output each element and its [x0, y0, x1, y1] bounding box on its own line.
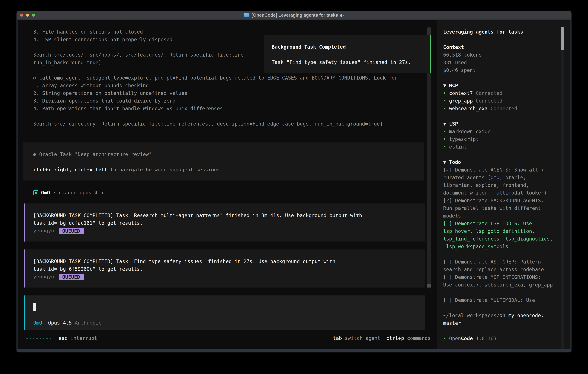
prompt-input[interactable]: OmO Opus 4.5 Anthropic [24, 295, 425, 330]
text-line: librarian, explore, frontend, [443, 181, 529, 189]
text-segment: Run parallel tasks with different [443, 205, 541, 211]
text-segment: 66,518 tokens [443, 52, 482, 58]
text-line: ▼ MCP [443, 82, 458, 89]
sidebar: Leveraging agents for tasksContext66,518… [437, 20, 570, 349]
text-line: 4. LSP client connections not properly d… [33, 36, 172, 43]
text-line: • grep_app Connected [443, 97, 502, 105]
text-segment: 3. File handles or streams not closed [33, 29, 143, 35]
text-segment: [✓] Demonstrate AGENTS: Show all 7 [443, 167, 544, 173]
titlebar[interactable]: [OpenCode] Leveraging agents for tasks◐ [17, 11, 571, 19]
tab-key-label: switch agent [342, 335, 380, 341]
text-segment: models [443, 213, 461, 219]
text-segment: typescript [449, 136, 479, 142]
input-model-name: Opus 4.5 [48, 320, 72, 326]
bullet-icon: • [443, 105, 449, 111]
text-line: [✓] Demonstrate AGENTS: Show all 7 [443, 166, 544, 174]
text-line: ~/local-workspaces/oh-my-opencode: [443, 312, 544, 319]
toast-body: Task "Find type safety issues" finished … [272, 58, 411, 66]
text-line: Leveraging agents for tasks [443, 28, 523, 36]
zoom-button[interactable] [32, 14, 35, 17]
text-segment: Search src/tools/, src/hooks/, src/featu… [33, 52, 243, 58]
bullet-icon: • [443, 136, 449, 142]
text-line: 4. Path operations that don't handle Win… [33, 105, 223, 112]
text-segment: master [443, 320, 461, 326]
text-segment: ~/local-workspaces/ [443, 312, 499, 318]
text-line: • context7 Connected [443, 89, 502, 97]
text-segment: 1.0.163 [473, 335, 497, 341]
activity-dots-icon [26, 338, 51, 339]
text-segment: Connected [476, 90, 502, 96]
task-user: yeongyu [33, 274, 54, 280]
main-scrollbar-thumb[interactable] [427, 284, 430, 288]
text-segment: oh-my-opencode: [499, 312, 544, 318]
text-line: 3. Division operations that could divide… [33, 97, 176, 105]
text-segment: Todo [449, 159, 461, 165]
text-segment: librarian, explore, frontend, [443, 182, 529, 188]
esc-key-hint: esc [59, 335, 67, 341]
agent-name: OmO [41, 190, 50, 196]
task-message-line2: task_id="bg_dcfac161" to get results. [33, 219, 143, 227]
text-segment: Connected [491, 105, 517, 111]
text-line: • OpenCode 1.0.163 [443, 335, 497, 342]
text-line: ▼ LSP [443, 120, 458, 128]
omo-agent-icon [33, 190, 38, 195]
oracle-shortcut-keys: ctrl+x right, ctrl+x left [33, 167, 107, 173]
sidebar-scrollbar-thumb[interactable] [561, 27, 564, 50]
text-line: ⚙ call_omo_agent [subagent_type=explore,… [33, 74, 398, 82]
text-segment: [ ] Demonstrate AST-GREP: Pattern [443, 259, 541, 265]
text-line: lsp_find_references, lsp_diagnostics, [443, 235, 553, 243]
text-segment: [ ] Demonstrate MULTIMODAL: Use [443, 297, 535, 303]
text-segment: Connected [476, 98, 502, 104]
text-segment: 1. Array access without bounds checking [33, 83, 149, 88]
text-segment: search and replace across codebase [443, 267, 544, 272]
text-segment: 4. Path operations that don't handle Win… [33, 105, 223, 111]
text-segment: grep_app [449, 98, 476, 104]
queued-badge: QUEUED [59, 228, 84, 234]
text-segment: LSP [449, 121, 458, 127]
text-segment: 2. String operations on potentially unde… [33, 90, 187, 96]
queued-badge: QUEUED [59, 274, 84, 280]
text-line: 1. Array access without bounds checking [33, 82, 149, 89]
gear-icon: ⚙ [33, 75, 39, 81]
text-line: document-writer, multimodal-looker) [443, 189, 547, 197]
text-segment: Use context7, websearch_exa, grep_app [443, 282, 553, 288]
text-line: Run parallel tasks with different [443, 204, 541, 212]
bullet-icon: • [443, 335, 449, 341]
task-user: yeongyu [33, 228, 54, 234]
bullet-icon: • [443, 90, 449, 96]
text-segment: call_omo_agent [subagent_type=explore, p… [39, 75, 398, 81]
text-line: run_in_background=true] [33, 59, 101, 66]
oracle-task-title: Oracle Task "Deep architecture review" [39, 151, 152, 157]
half-circle-icon: ◐ [340, 13, 344, 18]
minimize-button[interactable] [26, 14, 29, 17]
text-segment: Leveraging agents for tasks [443, 29, 523, 35]
oracle-task-panel: ◉ Oracle Task "Deep architecture review"… [23, 143, 424, 180]
task-message-line2: task_id="bg_6f59260c" to get results. [33, 265, 143, 273]
input-agent-name: OmO [33, 320, 42, 326]
text-segment: lsp_workspace_symbols [443, 244, 508, 249]
text-segment: websearch_exa [449, 105, 491, 111]
toast-title: Background Task Completed [272, 43, 346, 51]
window-controls [20, 14, 35, 17]
background-task-message-1: [BACKGROUND TASK COMPLETED] Task "Resear… [24, 204, 425, 241]
text-segment: Code [461, 335, 473, 341]
text-line: Context [443, 43, 464, 51]
sidebar-scrollbar[interactable] [561, 27, 564, 349]
oracle-task-icon: ◉ [33, 151, 39, 157]
text-line: [ ] Demonstrate MULTIMODAL: Use [443, 296, 535, 304]
oracle-shortcut-desc: to navigate between subagent sessions [107, 167, 220, 173]
text-segment: [ ] Demonstrate MCP INTEGRATIONS: [443, 274, 541, 280]
text-segment: Open [449, 335, 461, 341]
terminal-window: [OpenCode] Leveraging agents for tasks◐ … [17, 11, 571, 353]
close-button[interactable] [20, 14, 23, 17]
text-segment: lsp_hover, lsp_goto_definition, [443, 228, 535, 234]
text-segment: Search src/ directory. Return specific f… [33, 121, 383, 127]
text-line: search and replace across codebase [443, 266, 544, 273]
text-line: • eslint [443, 143, 467, 151]
text-segment: MCP [449, 83, 458, 88]
text-segment: context7 [449, 90, 476, 96]
window-title: [OpenCode] Leveraging agents for tasks◐ [244, 13, 344, 18]
text-line: 3. File handles or streams not closed [33, 28, 143, 36]
text-segment: markdown-oxide [449, 129, 491, 134]
text-segment: document-writer, multimodal-looker) [443, 190, 547, 196]
